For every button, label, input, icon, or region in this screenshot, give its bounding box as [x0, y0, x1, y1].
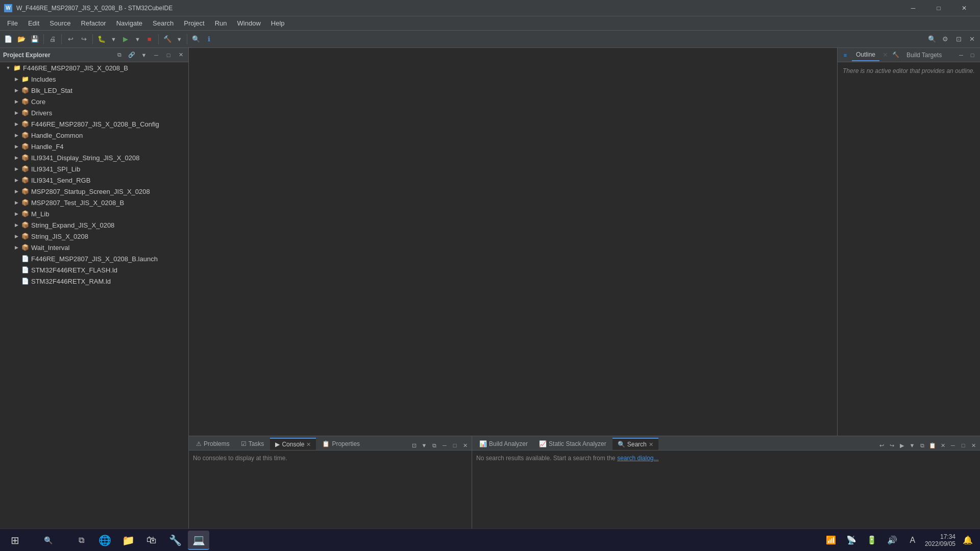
clock[interactable]: 17:34 2022/09/05 [925, 533, 955, 547]
outline-maximize[interactable]: □ [968, 51, 977, 60]
run-dropdown[interactable]: ▼ [133, 33, 142, 45]
search-panel-btn8[interactable]: ─ [948, 441, 958, 450]
tree-container[interactable]: ▼ 📁 F446RE_MSP2807_JIS_X_0208_B ▶ 📁 Incl… [0, 62, 188, 533]
tree-root[interactable]: ▼ 📁 F446RE_MSP2807_JIS_X_0208_B [0, 62, 188, 73]
collapse-all-btn[interactable]: ⧉ [115, 51, 124, 60]
search-panel-btn2[interactable]: ↪ [887, 441, 896, 450]
search-panel-btn6[interactable]: 📋 [928, 441, 937, 450]
build-btn[interactable]: 🔨 [161, 33, 174, 45]
console-panel-btn2[interactable]: ▼ [420, 441, 429, 450]
menu-run[interactable]: Run [210, 17, 232, 29]
task-view-btn[interactable]: ⧉ [70, 531, 92, 550]
debug-btn[interactable]: 🐛 [95, 33, 108, 45]
save-btn[interactable]: 💾 [29, 33, 41, 45]
search-panel-close[interactable]: ✕ [969, 441, 978, 450]
tab-outline[interactable]: Outline [852, 49, 879, 61]
tree-item-ili9341-send[interactable]: ▶ 📦 ILI9341_Send_RGB [0, 174, 188, 186]
search-panel-btn3[interactable]: ▶ [897, 441, 906, 450]
menu-edit[interactable]: Edit [23, 17, 44, 29]
tree-item-msp2807-test[interactable]: ▶ 📦 MSP2807_Test_JIS_X_0208_B [0, 197, 188, 208]
tab-console[interactable]: ▶ Console ✕ [270, 438, 316, 450]
search-panel-btn9[interactable]: □ [959, 441, 968, 450]
menu-navigate[interactable]: Navigate [111, 17, 148, 29]
stop-btn[interactable]: ■ [143, 33, 156, 45]
perspective-close[interactable]: ✕ [966, 33, 978, 45]
app-explorer[interactable]: 📁 [117, 531, 139, 550]
console-panel-btn1[interactable]: ⊡ [409, 441, 419, 450]
console-panel-btn5[interactable]: □ [450, 441, 459, 450]
menu-window[interactable]: Window [232, 17, 266, 29]
outline-minimize[interactable]: ─ [957, 51, 966, 60]
info-btn[interactable]: ℹ [203, 33, 215, 45]
console-panel-btn4[interactable]: ─ [440, 441, 449, 450]
tab-build-analyzer[interactable]: 📊 Build Analyzer [474, 438, 533, 450]
console-close[interactable]: ✕ [306, 441, 311, 448]
app-edge[interactable]: 🌐 [94, 531, 115, 550]
tree-item-core[interactable]: ▶ 📦 Core [0, 96, 188, 107]
menu-refactor[interactable]: Refactor [76, 17, 111, 29]
menu-search[interactable]: Search [148, 17, 179, 29]
perspective-search[interactable]: 🔍 [926, 33, 938, 45]
console-panel-btn3[interactable]: ⧉ [430, 441, 439, 450]
notification-btn[interactable]: 🔔 [960, 532, 976, 548]
tab-properties[interactable]: 📋 Properties [317, 438, 365, 450]
tree-item-handle-common[interactable]: ▶ 📦 Handle_Common [0, 130, 188, 141]
minimize-panel-btn[interactable]: ─ [152, 51, 161, 60]
tree-item-mlib[interactable]: ▶ 📦 M_Lib [0, 208, 188, 219]
app-stm32ide[interactable]: 💻 [188, 531, 209, 550]
network-icon[interactable]: 📶 [823, 532, 839, 548]
search-taskbar-btn[interactable]: 🔍 [28, 531, 68, 550]
tree-item-flash-ld[interactable]: ▶ 📄 STM32F446RETX_FLASH.ld [0, 264, 188, 276]
tab-search[interactable]: 🔍 Search ✕ [612, 438, 658, 450]
app-stm32mx[interactable]: 🔧 [164, 531, 186, 550]
app-store[interactable]: 🛍 [141, 531, 162, 550]
tree-item-ram-ld[interactable]: ▶ 📄 STM32F446RETX_RAM.ld [0, 276, 188, 287]
tree-item-launch[interactable]: ▶ 📄 F446RE_MSP2807_JIS_X_0208_B.launch [0, 253, 188, 264]
volume-icon[interactable]: 🔊 [884, 532, 900, 548]
maximize-panel-btn[interactable]: □ [164, 51, 173, 60]
wifi-icon[interactable]: 📡 [843, 532, 860, 548]
run-btn[interactable]: ▶ [119, 33, 132, 45]
search-panel-btn1[interactable]: ↩ [877, 441, 886, 450]
tab-static-stack[interactable]: 📈 Static Stack Analyzer [534, 438, 611, 450]
tab-problems[interactable]: ⚠ Problems [191, 438, 235, 450]
search-close[interactable]: ✕ [649, 441, 653, 448]
tab-build-targets[interactable]: Build Targets [902, 49, 946, 61]
tree-item-string-expand[interactable]: ▶ 📦 String_Expand_JIS_X_0208 [0, 219, 188, 231]
search-panel-btn4[interactable]: ▼ [908, 441, 917, 450]
tree-item-f446re-config[interactable]: ▶ 📦 F446RE_MSP2807_JIS_X_0208_B_Config [0, 118, 188, 130]
search-panel-btn5[interactable]: ⧉ [918, 441, 927, 450]
tree-item-ili9341-display[interactable]: ▶ 📦 ILI9341_Display_String_JIS_X_0208 [0, 152, 188, 163]
tree-item-msp2807-startup[interactable]: ▶ 📦 MSP2807_Startup_Screen_JIS_X_0208 [0, 186, 188, 197]
tab-tasks[interactable]: ☑ Tasks [236, 438, 270, 450]
tree-item-blk[interactable]: ▶ 📦 Blk_LED_Stat [0, 85, 188, 96]
menu-file[interactable]: File [2, 17, 23, 29]
tree-item-wait[interactable]: ▶ 📦 Wait_Interval [0, 242, 188, 253]
start-button[interactable]: ⊞ [4, 531, 26, 550]
build-dropdown[interactable]: ▼ [175, 33, 184, 45]
close-button[interactable]: ✕ [952, 0, 976, 16]
tree-item-string-jis[interactable]: ▶ 📦 String_JIS_X_0208 [0, 231, 188, 242]
search-panel-btn7[interactable]: ✕ [938, 441, 947, 450]
print-btn[interactable]: 🖨 [46, 33, 59, 45]
tree-item-ili9341-spi[interactable]: ▶ 📦 ILI9341_SPI_Lib [0, 163, 188, 174]
tree-item-includes[interactable]: ▶ 📁 Includes [0, 73, 188, 85]
ime-icon[interactable]: A [904, 532, 921, 548]
menu-help[interactable]: Help [266, 17, 290, 29]
redo-btn[interactable]: ↪ [78, 33, 90, 45]
undo-btn[interactable]: ↩ [64, 33, 77, 45]
open-btn[interactable]: 📂 [15, 33, 28, 45]
search-toolbar-btn[interactable]: 🔍 [190, 33, 202, 45]
menu-source[interactable]: Source [44, 17, 76, 29]
link-editor-btn[interactable]: 🔗 [127, 51, 136, 60]
console-panel-close[interactable]: ✕ [460, 441, 470, 450]
explorer-menu-btn[interactable]: ▼ [139, 51, 149, 60]
close-panel-btn[interactable]: ✕ [176, 51, 185, 60]
tree-item-drivers[interactable]: ▶ 📦 Drivers [0, 107, 188, 118]
new-btn[interactable]: 📄 [2, 33, 14, 45]
battery-icon[interactable]: 🔋 [864, 532, 880, 548]
maximize-button[interactable]: □ [927, 0, 950, 16]
perspective-settings[interactable]: ⚙ [939, 33, 951, 45]
search-dialog-link[interactable]: search dialog... [617, 455, 658, 462]
debug-dropdown[interactable]: ▼ [109, 33, 118, 45]
